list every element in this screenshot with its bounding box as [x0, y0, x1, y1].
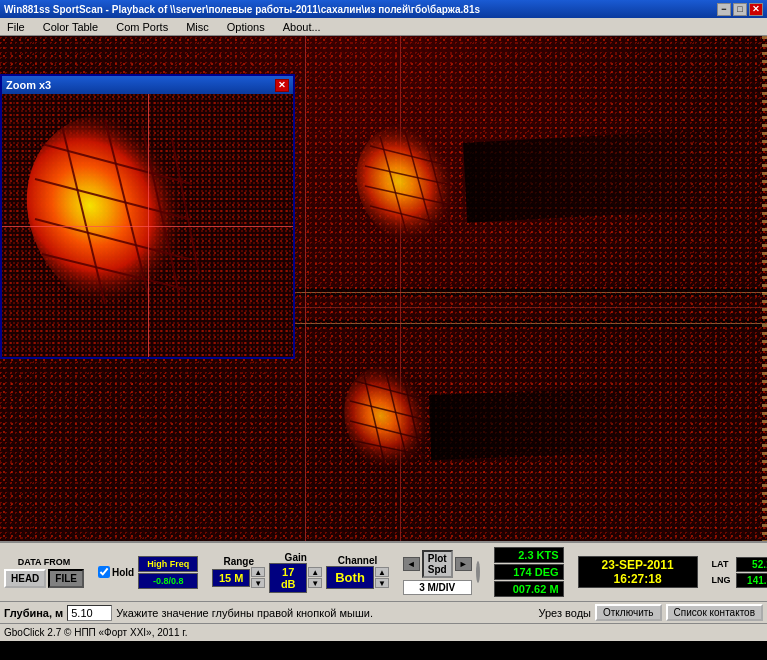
- nav-readouts: 2.3 KTS 174 DEG 007.62 M: [494, 547, 564, 597]
- zoom-title: Zoom x3: [6, 79, 51, 91]
- svg-point-8: [335, 356, 465, 495]
- range-spinner: ▲ ▼: [251, 567, 265, 588]
- lng-row: LNG 141.38.035 E: [712, 573, 767, 588]
- right-border-dots: [762, 36, 767, 541]
- info-bar: GboClick 2.7 © НПП «Форт XXI», 2011 г.: [0, 623, 767, 641]
- menu-options[interactable]: Options: [224, 21, 268, 33]
- close-button[interactable]: ✕: [749, 3, 763, 16]
- channel-display: Both: [326, 566, 374, 589]
- control-panel: DATA FROM HEAD FILE Hold High Freq -0.8/…: [0, 541, 767, 601]
- menu-bar: File Color Table Com Ports Misc Options …: [0, 18, 767, 36]
- menu-file[interactable]: File: [4, 21, 28, 33]
- title-bar: Win881ss SportScan - Playback of \\serve…: [0, 0, 767, 18]
- menu-misc[interactable]: Misc: [183, 21, 212, 33]
- disconnect-button[interactable]: Отключить: [595, 604, 662, 621]
- hold-checkbox[interactable]: [98, 566, 110, 578]
- gain-label: Gain: [285, 552, 307, 563]
- title-bar-buttons: − □ ✕: [717, 3, 763, 16]
- range-container: Range 15 M ▲ ▼: [212, 556, 265, 588]
- gps-group: LAT 52.12.808 N LNG 141.38.035 E: [712, 557, 767, 588]
- ship-object-upper: [350, 116, 495, 271]
- hold-label: Hold: [112, 567, 134, 578]
- zoom-close-button[interactable]: ✕: [275, 79, 289, 92]
- channel-spinner: ▲ ▼: [375, 567, 389, 588]
- gain-group: Gain 17 dB ▲ ▼: [269, 552, 322, 593]
- datetime-group: 23-SEP-2011 16:27:18: [578, 556, 698, 588]
- channel-label: Channel: [338, 555, 377, 566]
- datetime-readout: 23-SEP-2011 16:27:18: [578, 556, 698, 588]
- freq-group: High Freq -0.8/0.8: [138, 556, 198, 589]
- range-group: Range 15 M ▲ ▼: [212, 556, 265, 588]
- gain-up-button[interactable]: ▲: [308, 567, 322, 577]
- range-down-button[interactable]: ▼: [251, 578, 265, 588]
- data-from-group: DATA FROM HEAD FILE: [4, 557, 84, 588]
- depth-field-label: Глубина, м: [4, 607, 63, 619]
- speed-readout: 2.3 KTS: [494, 547, 564, 563]
- freq-sub-display: -0.8/0.8: [138, 573, 198, 589]
- plot-speed-row: ◄ Plot Spd ►: [403, 550, 472, 578]
- zoom-window: Zoom x3 ✕: [0, 74, 295, 359]
- heading-readout: 174 DEG: [494, 564, 564, 580]
- gain-display: 17 dB: [269, 563, 307, 593]
- svg-point-16: [17, 104, 256, 334]
- depth-div-display: 3 M/DIV: [403, 580, 472, 595]
- channel-control: Both ▲ ▼: [326, 566, 389, 589]
- plot-speed-left-button[interactable]: ◄: [403, 557, 420, 571]
- ship-object-lower: [335, 356, 465, 496]
- depth-readout: 007.62 M: [494, 581, 564, 597]
- channel-container: Channel Both ▲ ▼: [326, 555, 389, 589]
- lng-label: LNG: [712, 575, 734, 585]
- depth-input[interactable]: [67, 605, 112, 621]
- company-info: GboClick 2.7 © НПП «Форт XXI», 2011 г.: [4, 627, 187, 638]
- zoom-vline: [148, 94, 149, 357]
- maximize-button[interactable]: □: [733, 3, 747, 16]
- waterline-label: Урез воды: [538, 607, 591, 619]
- lat-value: 52.12.808 N: [736, 557, 767, 572]
- menu-com-ports[interactable]: Com Ports: [113, 21, 171, 33]
- ship-shadow-upper: [463, 129, 727, 222]
- circle-indicator[interactable]: [476, 561, 480, 583]
- zoom-content: [2, 94, 293, 357]
- instruction-text: Укажите значение глубины правой кнопкой …: [116, 607, 373, 619]
- plot-speed-group: ◄ Plot Spd ► 3 M/DIV: [403, 550, 472, 595]
- menu-about[interactable]: About...: [280, 21, 324, 33]
- gain-spinner: ▲ ▼: [308, 567, 322, 588]
- status-bar: Глубина, м Укажите значение глубины прав…: [0, 601, 767, 623]
- plot-speed-right-button[interactable]: ►: [455, 557, 472, 571]
- data-from-buttons: HEAD FILE: [4, 569, 84, 588]
- menu-color-table[interactable]: Color Table: [40, 21, 101, 33]
- hold-group: Hold: [98, 566, 134, 578]
- zoom-title-bar: Zoom x3 ✕: [2, 76, 293, 94]
- range-control: 15 M ▲ ▼: [212, 567, 265, 588]
- gain-down-button[interactable]: ▼: [308, 578, 322, 588]
- data-head-button[interactable]: HEAD: [4, 569, 46, 588]
- contacts-button[interactable]: Список контактов: [666, 604, 763, 621]
- channel-group: Channel Both ▲ ▼: [326, 555, 389, 589]
- gain-control: 17 dB ▲ ▼: [269, 563, 322, 593]
- lng-value: 141.38.035 E: [736, 573, 767, 588]
- data-from-label: DATA FROM: [18, 557, 70, 567]
- channel-down-button[interactable]: ▼: [375, 578, 389, 588]
- hold-checkbox-label[interactable]: Hold: [98, 566, 134, 578]
- title-text: Win881ss SportScan - Playback of \\serve…: [4, 4, 480, 15]
- range-label: Range: [223, 556, 254, 567]
- freq-display: High Freq: [138, 556, 198, 572]
- gain-container: Gain 17 dB ▲ ▼: [269, 552, 322, 593]
- channel-up-button[interactable]: ▲: [375, 567, 389, 577]
- lat-label: LAT: [712, 559, 734, 569]
- plot-speed-display: Plot Spd: [422, 550, 453, 578]
- sonar-area: Zoom x3 ✕: [0, 36, 767, 541]
- minimize-button[interactable]: −: [717, 3, 731, 16]
- zoom-ship-object: [17, 104, 257, 334]
- lat-row: LAT 52.12.808 N: [712, 557, 767, 572]
- range-up-button[interactable]: ▲: [251, 567, 265, 577]
- range-display: 15 M: [212, 569, 250, 587]
- data-file-button[interactable]: FILE: [48, 569, 84, 588]
